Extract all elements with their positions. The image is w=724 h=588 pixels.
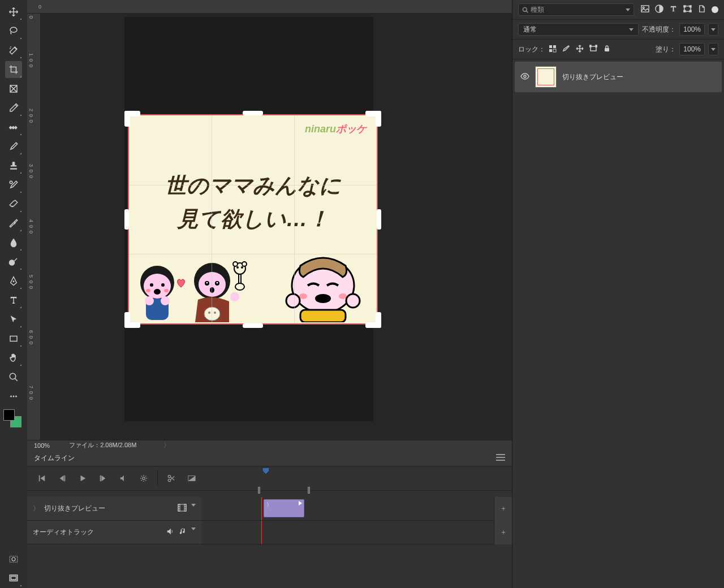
lock-artboard-icon[interactable] (589, 45, 597, 54)
track-filmstrip-icon[interactable] (178, 504, 187, 513)
svg-point-33 (210, 287, 214, 293)
zoom-level[interactable]: 100% (34, 442, 50, 449)
eyedropper-tool[interactable] (5, 100, 22, 116)
wand-tool[interactable] (5, 42, 22, 59)
svg-point-25 (145, 296, 154, 305)
timeline-panel: タイムライン 〉 切り抜きプレビュー (27, 450, 512, 588)
svg-rect-54 (496, 460, 505, 461)
eraser-tool[interactable] (5, 196, 22, 213)
quickmask-toggle[interactable] (5, 551, 22, 568)
status-menu-icon[interactable]: 〉 (163, 441, 170, 449)
lock-pixels-icon[interactable] (549, 45, 557, 54)
more-tools[interactable] (5, 388, 22, 405)
svg-point-32 (217, 282, 218, 284)
hand-tool[interactable] (5, 349, 22, 366)
track-lane[interactable] (201, 521, 512, 544)
canvas-area[interactable]: ninaruポッケ 世のママみんなに 見て欲しい…！ (41, 14, 512, 441)
crop-handle-rm[interactable] (377, 209, 381, 230)
filter-shape-icon[interactable] (683, 5, 692, 15)
layer-row[interactable]: 切り抜きプレビュー (515, 62, 722, 92)
history-brush-tool[interactable] (5, 176, 22, 193)
goto-start-icon[interactable] (33, 470, 50, 487)
filter-type-icon[interactable] (669, 5, 678, 15)
filter-smartobj-icon[interactable] (697, 5, 706, 15)
prev-frame-icon[interactable] (54, 470, 71, 487)
svg-rect-4 (14, 126, 18, 129)
fill-value[interactable]: 100% (679, 43, 705, 55)
svg-rect-75 (689, 6, 691, 7)
ruler-tick: 0 (28, 170, 34, 172)
work-area-start[interactable] (258, 487, 260, 494)
timeline-ruler[interactable] (201, 466, 512, 477)
track-expand-icon[interactable]: 〉 (33, 504, 40, 513)
ruler-horizontal[interactable]: 0 (27, 0, 512, 14)
rectangle-tool[interactable] (5, 330, 22, 347)
fill-dropdown[interactable] (708, 43, 718, 55)
svg-rect-51 (300, 310, 346, 322)
track-menu-icon[interactable] (191, 504, 196, 507)
layer-filter-select[interactable]: 種類 (518, 3, 634, 16)
opacity-value[interactable]: 100% (679, 23, 705, 36)
layer-name[interactable]: 切り抜きプレビュー (562, 72, 623, 82)
healing-tool[interactable] (5, 119, 22, 136)
add-track-button[interactable]: ＋ (494, 521, 512, 544)
move-tool[interactable] (5, 3, 22, 20)
stamp-tool[interactable] (5, 157, 22, 174)
blend-mode-select[interactable]: 通常 (518, 23, 639, 36)
color-swatches[interactable] (3, 409, 24, 430)
track-lane[interactable]: 〉 (201, 497, 512, 520)
ruler-tick: 1 (28, 53, 34, 56)
transition-icon[interactable] (183, 470, 200, 487)
gradient-tool[interactable] (5, 215, 22, 232)
track-menu-icon[interactable] (191, 528, 196, 530)
play-icon[interactable] (74, 470, 91, 487)
frame-tool[interactable] (5, 80, 22, 97)
mute-icon[interactable] (115, 470, 132, 487)
pen-tool[interactable] (5, 273, 22, 289)
track-row-video: 〉 切り抜きプレビュー 〉 ＋ (27, 497, 512, 521)
opacity-dropdown[interactable] (708, 23, 718, 36)
filter-image-icon[interactable] (641, 5, 649, 15)
ruler-tick: 0 (28, 114, 34, 117)
crop-handle-bm[interactable] (243, 323, 263, 328)
next-frame-icon[interactable] (94, 470, 111, 487)
timeline-clip[interactable]: 〉 (264, 499, 304, 517)
dodge-tool[interactable] (5, 253, 22, 270)
path-select-tool[interactable] (5, 311, 22, 328)
split-icon[interactable] (163, 470, 180, 487)
settings-icon[interactable] (135, 470, 152, 487)
filter-adjust-icon[interactable] (655, 5, 663, 15)
track-speaker-icon[interactable] (166, 528, 174, 537)
track-note-icon[interactable] (179, 528, 187, 537)
file-size[interactable]: ファイル：2.08M/2.08M (69, 441, 136, 449)
brush-tool[interactable] (5, 138, 22, 155)
zoom-tool[interactable] (5, 369, 22, 386)
ruler-tick: 0 (28, 225, 34, 228)
foreground-color[interactable] (3, 409, 15, 421)
ruler-vertical[interactable]: 0 1 0 0 2 0 0 3 0 0 4 0 0 5 0 0 6 0 0 7 … (27, 14, 41, 441)
crop-box[interactable]: ninaruポッケ 世のママみんなに 見て欲しい…！ (124, 111, 381, 328)
add-track-button[interactable]: ＋ (494, 497, 512, 521)
svg-point-46 (315, 294, 331, 303)
lock-position-icon[interactable] (576, 45, 584, 54)
type-tool[interactable] (5, 292, 22, 309)
canvas-headline: 世のママみんなに 見て欲しい…！ (129, 169, 377, 236)
lasso-tool[interactable] (5, 23, 22, 40)
filter-toggle-icon[interactable] (712, 6, 718, 13)
crop-handle-tm[interactable] (243, 111, 263, 115)
track-label: オーディオトラック (33, 528, 94, 537)
lock-all-icon[interactable] (603, 45, 611, 54)
visibility-icon[interactable] (520, 73, 529, 81)
layer-thumbnail[interactable] (535, 66, 557, 88)
screenmode-toggle[interactable] (5, 570, 22, 587)
search-icon (522, 7, 528, 13)
lock-paint-icon[interactable] (562, 45, 570, 54)
svg-point-44 (235, 283, 244, 290)
work-area-end[interactable] (308, 487, 310, 494)
timeline-menu-icon[interactable] (496, 454, 505, 462)
crop-tool[interactable] (5, 61, 22, 78)
crop-handle-lm[interactable] (124, 209, 129, 230)
svg-rect-63 (178, 504, 180, 511)
blur-tool[interactable] (5, 234, 22, 251)
playhead-icon[interactable] (261, 466, 270, 475)
